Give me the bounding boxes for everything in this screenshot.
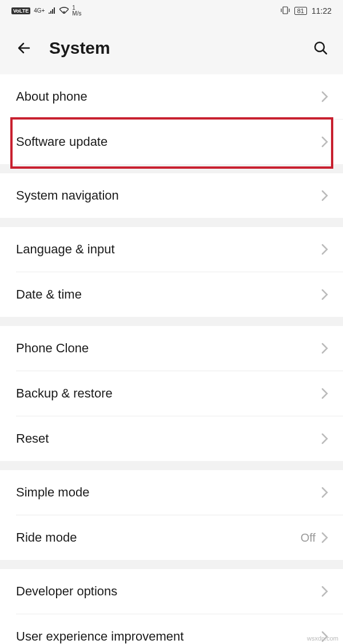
- status-bar: VoLTE 4G+ 1M/s 81 11:22: [0, 0, 343, 22]
- row-label: Ride mode: [16, 530, 77, 545]
- clock: 11:22: [312, 6, 332, 15]
- row-label: Simple mode: [16, 485, 89, 500]
- page-title: System: [49, 38, 110, 58]
- row-label: Developer options: [16, 584, 117, 599]
- status-left: VoLTE 4G+ 1M/s: [11, 5, 81, 17]
- svg-point-0: [63, 11, 65, 13]
- settings-group: System navigation: [0, 173, 343, 218]
- chevron-right-icon: [321, 487, 328, 498]
- vibrate-icon: [281, 6, 290, 16]
- battery-indicator: 81: [294, 7, 307, 15]
- backup-restore-row[interactable]: Backup & restore: [0, 371, 343, 416]
- row-label: Reset: [16, 431, 49, 446]
- simple-mode-row[interactable]: Simple mode: [0, 470, 343, 515]
- row-label: Date & time: [16, 287, 82, 302]
- settings-group: About phone Software update: [0, 74, 343, 164]
- language-input-row[interactable]: Language & input: [0, 227, 343, 272]
- phone-clone-row[interactable]: Phone Clone: [0, 326, 343, 371]
- chevron-right-icon: [321, 244, 328, 255]
- settings-group: Developer options User experience improv…: [0, 569, 343, 644]
- software-update-row[interactable]: Software update: [0, 120, 343, 164]
- chevron-right-icon: [321, 91, 328, 102]
- chevron-right-icon: [321, 388, 328, 399]
- wifi-icon: [59, 6, 69, 15]
- chevron-right-icon: [321, 586, 328, 597]
- settings-group: Phone Clone Backup & restore Reset: [0, 326, 343, 461]
- chevron-right-icon: [321, 190, 328, 201]
- date-time-row[interactable]: Date & time: [0, 272, 343, 317]
- chevron-right-icon: [321, 136, 328, 148]
- about-phone-row[interactable]: About phone: [0, 74, 343, 119]
- reset-row[interactable]: Reset: [0, 416, 343, 461]
- svg-rect-1: [283, 7, 288, 14]
- row-label: Language & input: [16, 242, 115, 257]
- network-indicator: 4G+: [34, 8, 45, 14]
- chevron-right-icon: [321, 343, 328, 354]
- status-right: 81 11:22: [281, 6, 332, 16]
- search-button[interactable]: [312, 39, 329, 57]
- ride-mode-row[interactable]: Ride mode Off: [0, 515, 343, 560]
- user-experience-improvement-row[interactable]: User experience improvement: [0, 614, 343, 644]
- row-value: Off: [301, 531, 316, 544]
- row-label: User experience improvement: [16, 629, 184, 644]
- speed-indicator: 1M/s: [72, 5, 81, 17]
- row-label: Backup & restore: [16, 386, 113, 401]
- chevron-right-icon: [321, 289, 328, 300]
- chevron-right-icon: [321, 532, 328, 543]
- row-label: About phone: [16, 89, 87, 104]
- row-label: Phone Clone: [16, 341, 89, 356]
- developer-options-row[interactable]: Developer options: [0, 569, 343, 614]
- settings-group: Language & input Date & time: [0, 227, 343, 317]
- back-button[interactable]: [16, 39, 33, 57]
- row-label: Software update: [16, 134, 107, 149]
- row-label: System navigation: [16, 188, 119, 203]
- chevron-right-icon: [321, 433, 328, 444]
- settings-group: Simple mode Ride mode Off: [0, 470, 343, 560]
- volte-badge: VoLTE: [11, 7, 30, 14]
- system-navigation-row[interactable]: System navigation: [0, 173, 343, 218]
- watermark: wsxdn.com: [307, 635, 338, 642]
- header: System: [0, 22, 343, 74]
- signal-icon: [48, 6, 56, 15]
